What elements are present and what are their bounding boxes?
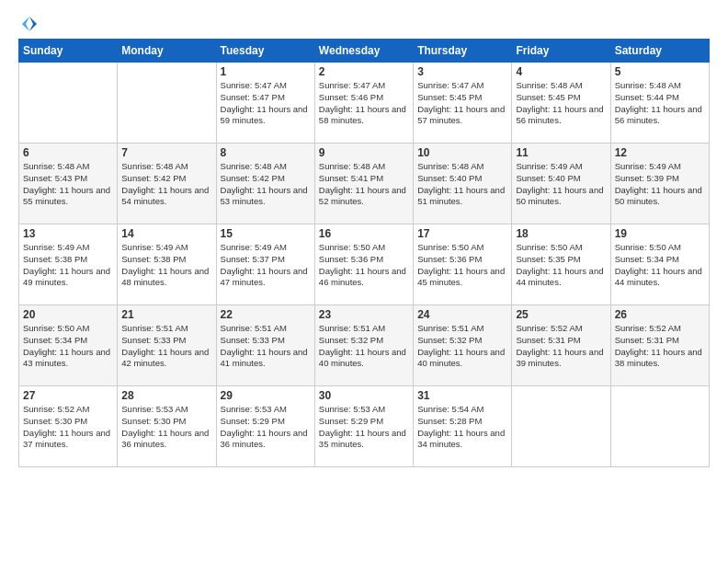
svg-marker-1 xyxy=(22,17,29,31)
calendar-cell: 10Sunrise: 5:48 AM Sunset: 5:40 PM Dayli… xyxy=(414,144,512,224)
calendar-cell: 18Sunrise: 5:50 AM Sunset: 5:35 PM Dayli… xyxy=(512,224,610,305)
day-number: 1 xyxy=(221,65,311,78)
day-info: Sunrise: 5:50 AM Sunset: 5:34 PM Dayligh… xyxy=(23,323,113,370)
day-number: 27 xyxy=(23,389,113,402)
calendar-cell: 9Sunrise: 5:48 AM Sunset: 5:41 PM Daylig… xyxy=(314,144,413,224)
calendar-week-row: 1Sunrise: 5:47 AM Sunset: 5:47 PM Daylig… xyxy=(19,63,710,144)
calendar-cell: 11Sunrise: 5:49 AM Sunset: 5:40 PM Dayli… xyxy=(512,144,610,224)
day-info: Sunrise: 5:49 AM Sunset: 5:39 PM Dayligh… xyxy=(615,161,705,208)
calendar-cell: 26Sunrise: 5:52 AM Sunset: 5:31 PM Dayli… xyxy=(610,305,709,386)
day-info: Sunrise: 5:49 AM Sunset: 5:38 PM Dayligh… xyxy=(121,242,211,289)
day-info: Sunrise: 5:49 AM Sunset: 5:37 PM Dayligh… xyxy=(221,242,311,289)
day-info: Sunrise: 5:53 AM Sunset: 5:30 PM Dayligh… xyxy=(121,404,211,451)
calendar-cell: 19Sunrise: 5:50 AM Sunset: 5:34 PM Dayli… xyxy=(610,224,709,305)
day-info: Sunrise: 5:49 AM Sunset: 5:40 PM Dayligh… xyxy=(516,161,606,208)
day-info: Sunrise: 5:49 AM Sunset: 5:38 PM Dayligh… xyxy=(23,242,113,289)
day-number: 7 xyxy=(121,146,211,159)
calendar-cell: 2Sunrise: 5:47 AM Sunset: 5:46 PM Daylig… xyxy=(314,63,413,144)
day-number: 6 xyxy=(23,146,113,159)
day-info: Sunrise: 5:51 AM Sunset: 5:33 PM Dayligh… xyxy=(221,323,311,370)
calendar-week-row: 13Sunrise: 5:49 AM Sunset: 5:38 PM Dayli… xyxy=(19,224,710,305)
calendar-cell: 4Sunrise: 5:48 AM Sunset: 5:45 PM Daylig… xyxy=(512,63,610,144)
day-info: Sunrise: 5:51 AM Sunset: 5:32 PM Dayligh… xyxy=(417,323,507,370)
logo xyxy=(18,15,39,33)
day-number: 28 xyxy=(121,389,211,402)
calendar: SundayMondayTuesdayWednesdayThursdayFrid… xyxy=(18,39,710,467)
day-number: 2 xyxy=(319,65,409,78)
day-number: 5 xyxy=(615,65,705,78)
day-info: Sunrise: 5:47 AM Sunset: 5:45 PM Dayligh… xyxy=(417,80,507,127)
day-of-week-header: Sunday xyxy=(19,40,118,63)
day-of-week-header: Saturday xyxy=(610,40,709,63)
calendar-week-row: 6Sunrise: 5:48 AM Sunset: 5:43 PM Daylig… xyxy=(19,144,710,224)
calendar-cell: 23Sunrise: 5:51 AM Sunset: 5:32 PM Dayli… xyxy=(314,305,413,386)
day-number: 11 xyxy=(516,146,606,159)
day-number: 9 xyxy=(319,146,409,159)
calendar-cell: 1Sunrise: 5:47 AM Sunset: 5:47 PM Daylig… xyxy=(216,63,314,144)
calendar-cell: 15Sunrise: 5:49 AM Sunset: 5:37 PM Dayli… xyxy=(216,224,314,305)
day-info: Sunrise: 5:48 AM Sunset: 5:41 PM Dayligh… xyxy=(319,161,409,208)
day-number: 29 xyxy=(221,389,311,402)
header xyxy=(18,15,710,33)
calendar-cell: 14Sunrise: 5:49 AM Sunset: 5:38 PM Dayli… xyxy=(118,224,216,305)
calendar-cell: 16Sunrise: 5:50 AM Sunset: 5:36 PM Dayli… xyxy=(314,224,413,305)
day-info: Sunrise: 5:52 AM Sunset: 5:31 PM Dayligh… xyxy=(615,323,705,370)
day-info: Sunrise: 5:48 AM Sunset: 5:42 PM Dayligh… xyxy=(221,161,311,208)
calendar-cell: 31Sunrise: 5:54 AM Sunset: 5:28 PM Dayli… xyxy=(414,386,512,467)
day-info: Sunrise: 5:53 AM Sunset: 5:29 PM Dayligh… xyxy=(319,404,409,451)
calendar-cell: 20Sunrise: 5:50 AM Sunset: 5:34 PM Dayli… xyxy=(19,305,118,386)
calendar-cell: 22Sunrise: 5:51 AM Sunset: 5:33 PM Dayli… xyxy=(216,305,314,386)
calendar-cell xyxy=(118,63,216,144)
day-of-week-header: Thursday xyxy=(414,40,512,63)
svg-marker-0 xyxy=(29,17,37,31)
calendar-cell: 13Sunrise: 5:49 AM Sunset: 5:38 PM Dayli… xyxy=(19,224,118,305)
calendar-cell xyxy=(512,386,610,467)
day-number: 24 xyxy=(417,308,507,321)
calendar-cell: 12Sunrise: 5:49 AM Sunset: 5:39 PM Dayli… xyxy=(610,144,709,224)
day-info: Sunrise: 5:47 AM Sunset: 5:47 PM Dayligh… xyxy=(221,80,311,127)
day-number: 23 xyxy=(319,308,409,321)
day-number: 10 xyxy=(417,146,507,159)
day-number: 20 xyxy=(23,308,113,321)
day-number: 21 xyxy=(121,308,211,321)
calendar-cell: 29Sunrise: 5:53 AM Sunset: 5:29 PM Dayli… xyxy=(216,386,314,467)
calendar-cell: 27Sunrise: 5:52 AM Sunset: 5:30 PM Dayli… xyxy=(19,386,118,467)
day-number: 31 xyxy=(417,389,507,402)
day-info: Sunrise: 5:48 AM Sunset: 5:40 PM Dayligh… xyxy=(417,161,507,208)
calendar-cell: 25Sunrise: 5:52 AM Sunset: 5:31 PM Dayli… xyxy=(512,305,610,386)
calendar-cell: 3Sunrise: 5:47 AM Sunset: 5:45 PM Daylig… xyxy=(414,63,512,144)
day-info: Sunrise: 5:50 AM Sunset: 5:36 PM Dayligh… xyxy=(417,242,507,289)
day-number: 15 xyxy=(221,227,311,240)
day-info: Sunrise: 5:54 AM Sunset: 5:28 PM Dayligh… xyxy=(417,404,507,451)
day-info: Sunrise: 5:48 AM Sunset: 5:44 PM Dayligh… xyxy=(615,80,705,127)
calendar-cell: 30Sunrise: 5:53 AM Sunset: 5:29 PM Dayli… xyxy=(314,386,413,467)
day-of-week-header: Monday xyxy=(118,40,216,63)
day-info: Sunrise: 5:52 AM Sunset: 5:31 PM Dayligh… xyxy=(516,323,606,370)
day-number: 12 xyxy=(615,146,705,159)
calendar-cell: 8Sunrise: 5:48 AM Sunset: 5:42 PM Daylig… xyxy=(216,144,314,224)
day-info: Sunrise: 5:50 AM Sunset: 5:36 PM Dayligh… xyxy=(319,242,409,289)
calendar-cell: 5Sunrise: 5:48 AM Sunset: 5:44 PM Daylig… xyxy=(610,63,709,144)
day-of-week-header: Wednesday xyxy=(314,40,413,63)
calendar-cell xyxy=(610,386,709,467)
day-number: 30 xyxy=(319,389,409,402)
day-info: Sunrise: 5:50 AM Sunset: 5:35 PM Dayligh… xyxy=(516,242,606,289)
calendar-cell: 6Sunrise: 5:48 AM Sunset: 5:43 PM Daylig… xyxy=(19,144,118,224)
day-info: Sunrise: 5:47 AM Sunset: 5:46 PM Dayligh… xyxy=(319,80,409,127)
day-info: Sunrise: 5:51 AM Sunset: 5:33 PM Dayligh… xyxy=(121,323,211,370)
calendar-cell: 24Sunrise: 5:51 AM Sunset: 5:32 PM Dayli… xyxy=(414,305,512,386)
calendar-cell: 17Sunrise: 5:50 AM Sunset: 5:36 PM Dayli… xyxy=(414,224,512,305)
calendar-week-row: 20Sunrise: 5:50 AM Sunset: 5:34 PM Dayli… xyxy=(19,305,710,386)
day-number: 26 xyxy=(615,308,705,321)
day-number: 14 xyxy=(121,227,211,240)
day-of-week-header: Tuesday xyxy=(216,40,314,63)
day-number: 25 xyxy=(516,308,606,321)
day-of-week-header: Friday xyxy=(512,40,610,63)
day-info: Sunrise: 5:53 AM Sunset: 5:29 PM Dayligh… xyxy=(221,404,311,451)
calendar-cell xyxy=(19,63,118,144)
day-number: 22 xyxy=(221,308,311,321)
day-info: Sunrise: 5:48 AM Sunset: 5:45 PM Dayligh… xyxy=(516,80,606,127)
day-number: 19 xyxy=(615,227,705,240)
day-info: Sunrise: 5:51 AM Sunset: 5:32 PM Dayligh… xyxy=(319,323,409,370)
page: SundayMondayTuesdayWednesdayThursdayFrid… xyxy=(0,0,728,563)
